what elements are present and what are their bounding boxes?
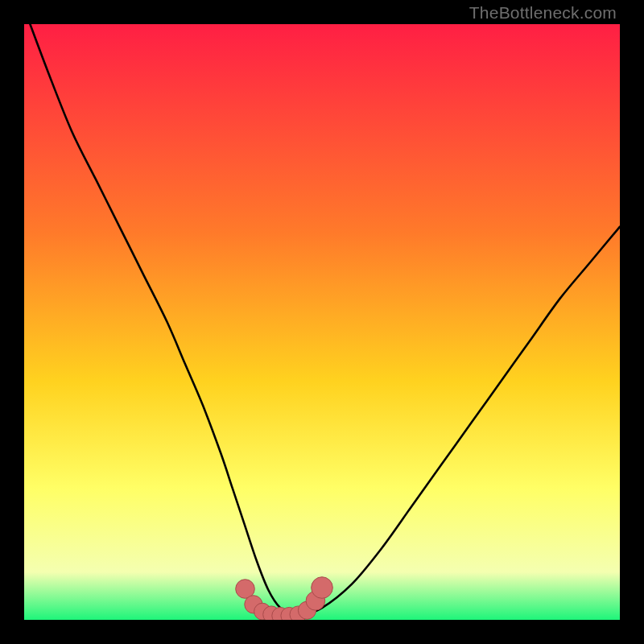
- optimal-marker: [312, 577, 333, 599]
- bottleneck-chart: [24, 24, 620, 620]
- gradient-background: [24, 24, 620, 620]
- plot-area: [24, 24, 620, 620]
- watermark-text: TheBottleneck.com: [469, 3, 617, 23]
